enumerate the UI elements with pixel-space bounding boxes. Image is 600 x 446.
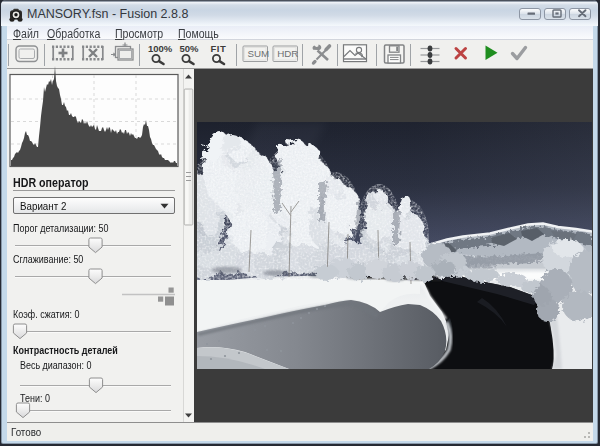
svg-text:FIT: FIT [211, 43, 227, 54]
svg-text:100%: 100% [148, 43, 173, 54]
svg-text:50%: 50% [180, 43, 200, 54]
svg-text:SUM: SUM [248, 48, 270, 59]
svg-text:HDR: HDR [277, 48, 298, 59]
